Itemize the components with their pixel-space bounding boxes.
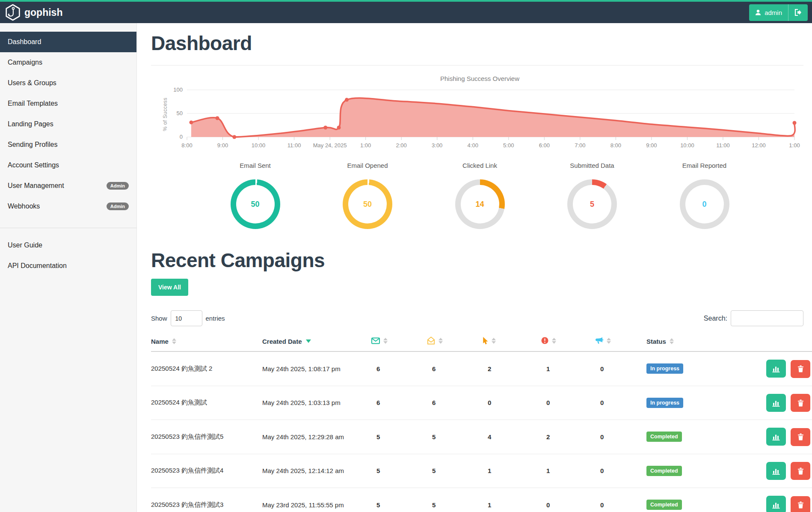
status-badge: Completed: [646, 432, 682, 442]
col-header-name[interactable]: Name: [151, 330, 262, 351]
recent-campaigns-title: Recent Campaigns: [151, 249, 809, 272]
y-tick-label: 0: [164, 134, 183, 140]
chart-y-ticks: 050100: [164, 85, 183, 142]
col-header-submitted-data[interactable]: [541, 330, 595, 351]
campaign-stats-button[interactable]: [766, 428, 786, 446]
sidebar-item-email-templates[interactable]: Email Templates: [0, 93, 136, 114]
campaign-delete-button[interactable]: [791, 428, 810, 446]
stat-label: Clicked Link: [429, 162, 531, 169]
sort-carets: [383, 338, 388, 344]
mouse-pointer-icon: [483, 337, 488, 345]
sidebar-item-landing-pages[interactable]: Landing Pages: [0, 114, 136, 134]
status-badge: In progress: [646, 363, 683, 374]
campaign-opened-count: 6: [427, 386, 483, 420]
sidebar-item-users-groups[interactable]: Users & Groups: [0, 73, 136, 93]
campaign-stats-button[interactable]: [766, 360, 786, 378]
stat-donut-email-opened: 50: [343, 179, 392, 229]
stat-card-email-reported: Email Reported 0: [653, 162, 756, 229]
admin-badge: Admin: [107, 202, 129, 210]
status-badge: In progress: [646, 398, 683, 408]
sidebar-item-label: Users & Groups: [8, 79, 56, 87]
sort-carets: [172, 338, 176, 344]
sidebar-item-dashboard[interactable]: Dashboard: [0, 32, 136, 52]
success-overview-chart: % of Success 050100 8:009:0010:0011:00Ma…: [151, 85, 809, 151]
x-tick-label: 1:00: [360, 142, 371, 149]
col-header-status[interactable]: Status: [646, 330, 722, 351]
search-label: Search:: [704, 315, 727, 322]
sidebar-item-api-documentation[interactable]: API Documentation: [0, 256, 136, 276]
campaign-opened-count: 5: [427, 454, 483, 488]
campaign-stats-button[interactable]: [766, 462, 786, 480]
trash-icon: [797, 433, 804, 441]
view-all-button[interactable]: View All: [151, 279, 188, 296]
sidebar-item-campaigns[interactable]: Campaigns: [0, 52, 136, 73]
main-content: Dashboard Phishing Success Overview % of…: [137, 23, 812, 512]
sidebar-item-webhooks[interactable]: Webhooks Admin: [0, 196, 136, 217]
stats-row: Email Sent 50 Email Opened 50 Clicked Li…: [204, 162, 756, 229]
user-menu-button[interactable]: admin: [749, 4, 788, 21]
sort-carets: [439, 338, 443, 344]
sidebar-item-user-guide[interactable]: User Guide: [0, 235, 136, 256]
gophish-brand[interactable]: gophish: [5, 4, 62, 21]
col-header-clicked-link[interactable]: [483, 330, 541, 351]
user-name-label: admin: [765, 9, 782, 16]
campaign-delete-button[interactable]: [791, 496, 810, 512]
status-badge: Completed: [646, 500, 682, 510]
stat-donut-email-reported: 0: [680, 179, 729, 229]
sidebar: Dashboard Campaigns Users & Groups Email…: [0, 23, 137, 512]
logout-button[interactable]: [788, 4, 808, 21]
sidebar-item-label: Webhooks: [8, 202, 40, 210]
stat-donut-submitted-data: 5: [567, 179, 617, 229]
bar-chart-icon: [772, 433, 780, 441]
sidebar-item-label: User Guide: [8, 241, 42, 249]
campaigns-table-body: 20250524 釣魚測試 2 May 24th 2025, 1:08:17 p…: [151, 351, 812, 512]
brand-name: gophish: [24, 7, 62, 18]
campaign-clicked-count: 4: [483, 420, 541, 454]
campaign-created-date: May 24th 2025, 1:08:17 pm: [262, 351, 371, 386]
campaign-sent-count: 5: [371, 454, 427, 488]
stat-card-email-opened: Email Opened 50: [316, 162, 419, 229]
campaign-stats-button[interactable]: [766, 394, 786, 412]
search-input[interactable]: [731, 310, 803, 326]
campaign-sent-count: 6: [371, 386, 427, 420]
campaign-stats-button[interactable]: [766, 496, 786, 512]
sidebar-item-label: API Documentation: [8, 262, 67, 270]
sidebar-secondary-nav: User Guide API Documentation: [0, 235, 136, 276]
col-header-email-reported[interactable]: [595, 330, 646, 351]
stat-card-clicked-link: Clicked Link 14: [429, 162, 531, 229]
sidebar-item-sending-profiles[interactable]: Sending Profiles: [0, 134, 136, 155]
bar-chart-icon: [772, 501, 780, 509]
sidebar-item-user-management[interactable]: User Management Admin: [0, 176, 136, 196]
x-tick-label: 4:00: [468, 142, 478, 149]
chart-x-ticks: 8:009:0010:0011:00May 24, 20251:002:003:…: [187, 142, 794, 151]
col-header-email-sent[interactable]: [371, 330, 427, 351]
bar-chart-icon: [772, 467, 780, 475]
campaign-delete-button[interactable]: [791, 394, 810, 412]
col-header-created-date[interactable]: Created Date: [262, 330, 371, 351]
bullhorn-icon: [595, 337, 603, 344]
page-size-input[interactable]: [171, 310, 202, 326]
campaign-clicked-count: 2: [483, 351, 541, 386]
stat-label: Email Sent: [204, 162, 307, 169]
campaign-created-date: May 24th 2025, 1:03:13 pm: [262, 386, 371, 420]
sort-carets: [670, 338, 674, 344]
campaign-submitted-count: 1: [541, 351, 595, 386]
col-header-email-opened[interactable]: [427, 330, 483, 351]
x-tick-label: 9:00: [217, 142, 228, 149]
x-tick-label: 10:00: [680, 142, 694, 149]
campaign-delete-button[interactable]: [791, 360, 810, 378]
x-tick-label: 2:00: [396, 142, 407, 149]
x-tick-label: 3:00: [432, 142, 442, 149]
sidebar-item-account-settings[interactable]: Account Settings: [0, 155, 136, 176]
sidebar-item-label: Dashboard: [8, 38, 41, 46]
campaign-clicked-count: 1: [483, 454, 541, 488]
campaign-sent-count: 5: [371, 488, 427, 512]
x-tick-label: 9:00: [646, 142, 657, 149]
chart-title: Phishing Success Overview: [151, 75, 809, 82]
campaign-opened-count: 6: [427, 351, 483, 386]
campaign-name: 20250524 釣魚測試: [151, 386, 262, 420]
sidebar-item-label: Sending Profiles: [8, 141, 58, 149]
campaign-delete-button[interactable]: [791, 462, 810, 480]
y-tick-label: 50: [164, 110, 183, 116]
campaign-sent-count: 5: [371, 420, 427, 454]
